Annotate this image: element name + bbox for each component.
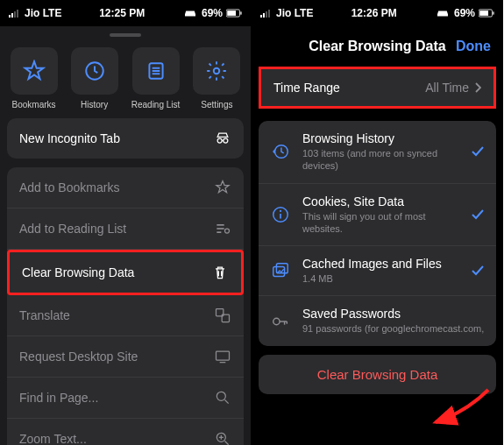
svg-point-13 <box>217 138 222 143</box>
menu-find-in-page[interactable]: Find in Page... <box>7 378 244 419</box>
drag-handle[interactable] <box>110 33 141 37</box>
svg-rect-21 <box>217 351 230 360</box>
carrier-text: Jio LTE <box>25 7 61 19</box>
menu-clear-browsing-data[interactable]: Clear Browsing Data <box>7 250 244 295</box>
row-label: Add to Bookmarks <box>19 180 119 194</box>
svg-point-12 <box>214 68 220 74</box>
action-settings[interactable]: Settings <box>193 47 240 109</box>
svg-rect-29 <box>260 15 262 18</box>
check-icon <box>470 144 486 159</box>
item-cookies[interactable]: Cookies, Site Data This will sign you ou… <box>259 184 496 247</box>
svg-rect-0 <box>9 15 11 18</box>
svg-line-26 <box>225 441 229 445</box>
sheet-header: Clear Browsing Data Done <box>252 26 503 67</box>
battery-text: 69% <box>202 7 223 19</box>
svg-point-42 <box>273 318 280 324</box>
time-range-row[interactable]: Time Range All Time <box>259 67 496 109</box>
row-label: Find in Page... <box>19 391 98 405</box>
action-reading-list[interactable]: Reading List <box>131 47 181 109</box>
battery-icon <box>226 8 242 18</box>
check-icon <box>470 263 486 279</box>
row-label: Clear Browsing Data <box>22 265 134 279</box>
carrier-text: Jio LTE <box>276 7 313 19</box>
svg-point-39 <box>280 210 281 212</box>
images-icon <box>271 261 290 280</box>
history-icon <box>83 60 106 82</box>
item-title: Browsing History <box>302 131 459 145</box>
item-sub: 103 items (and more on synced devices) <box>302 147 459 173</box>
svg-rect-35 <box>493 11 493 14</box>
svg-line-24 <box>225 400 229 404</box>
menu-request-desktop[interactable]: Request Desktop Site <box>7 336 244 378</box>
svg-rect-5 <box>227 11 236 16</box>
row-label: Add to Reading List <box>19 222 126 236</box>
status-bar: Jio LTE 12:26 PM 69% <box>252 0 503 26</box>
svg-rect-6 <box>240 11 241 14</box>
action-history[interactable]: History <box>71 47 118 109</box>
svg-rect-32 <box>268 10 270 18</box>
status-time: 12:25 PM <box>99 7 145 19</box>
right-screenshot: Jio LTE 12:26 PM 69% Clear Browsing Data… <box>252 0 503 445</box>
svg-point-18 <box>225 229 230 233</box>
menu-zoom-text[interactable]: Zoom Text... <box>7 419 244 445</box>
item-browsing-history[interactable]: Browsing History 103 items (and more on … <box>259 121 496 184</box>
star-icon <box>23 60 46 82</box>
menu-add-bookmarks[interactable]: Add to Bookmarks <box>7 167 244 208</box>
check-icon <box>470 207 486 222</box>
menu-add-reading-list[interactable]: Add to Reading List <box>7 208 244 250</box>
left-screenshot: Jio LTE 12:25 PM 69% Bookmarks History R… <box>0 0 252 445</box>
action-bookmarks[interactable]: Bookmarks <box>11 47 58 109</box>
incognito-icon <box>214 130 231 147</box>
battery-text: 69% <box>454 7 475 19</box>
row-label: New Incognito Tab <box>19 131 120 145</box>
key-icon <box>271 312 290 331</box>
menu-translate[interactable]: Translate <box>7 295 244 336</box>
status-bar: Jio LTE 12:25 PM 69% <box>0 0 251 26</box>
svg-rect-2 <box>14 11 16 18</box>
page-title: Clear Browsing Data <box>309 39 445 54</box>
history-icon <box>271 142 290 161</box>
gear-icon <box>205 60 228 82</box>
info-icon <box>271 205 290 224</box>
done-button[interactable]: Done <box>456 39 491 54</box>
time-range-label: Time Range <box>273 81 340 95</box>
item-title: Saved Passwords <box>302 307 486 321</box>
item-saved-passwords[interactable]: Saved Passwords 91 passwords (for google… <box>259 296 496 345</box>
trash-icon <box>211 264 229 281</box>
action-label: Settings <box>201 100 232 109</box>
item-cached-images[interactable]: Cached Images and Files 1.4 MB <box>259 246 496 296</box>
translate-icon <box>214 307 231 324</box>
zoom-icon <box>214 430 231 445</box>
list-icon <box>145 60 167 82</box>
time-range-value: All Time <box>425 81 469 95</box>
item-sub: 1.4 MB <box>302 272 459 285</box>
action-row: Bookmarks History Reading List Settings <box>0 40 251 118</box>
row-label: Translate <box>19 308 70 322</box>
search-icon <box>214 389 231 406</box>
clear-browsing-data-button[interactable]: Clear Browsing Data <box>259 355 496 394</box>
data-panel: Browsing History 103 items (and more on … <box>259 121 496 346</box>
svg-rect-31 <box>266 11 267 18</box>
item-sub: This will sign you out of most websites. <box>302 210 459 236</box>
action-label: Bookmarks <box>12 100 56 109</box>
incognito-panel: New Incognito Tab <box>7 118 244 159</box>
action-label: History <box>81 100 108 109</box>
star-outline-icon <box>214 179 231 196</box>
car-icon <box>182 8 198 18</box>
desktop-icon <box>214 348 231 365</box>
status-time: 12:26 PM <box>351 7 397 19</box>
item-title: Cookies, Site Data <box>302 194 459 208</box>
car-icon <box>435 8 451 18</box>
signal-icon <box>260 9 273 18</box>
row-label: Request Desktop Site <box>19 350 138 364</box>
item-sub: 91 passwords (for googlechromecast.com, <box>302 322 486 335</box>
item-title: Cached Images and Files <box>302 257 459 271</box>
signal-icon <box>9 9 21 18</box>
new-incognito-tab[interactable]: New Incognito Tab <box>7 118 244 159</box>
svg-point-14 <box>224 138 228 143</box>
svg-rect-30 <box>263 13 265 18</box>
row-label: Zoom Text... <box>19 432 87 445</box>
svg-rect-3 <box>17 10 18 18</box>
svg-point-23 <box>217 392 225 400</box>
reading-list-icon <box>214 220 231 237</box>
